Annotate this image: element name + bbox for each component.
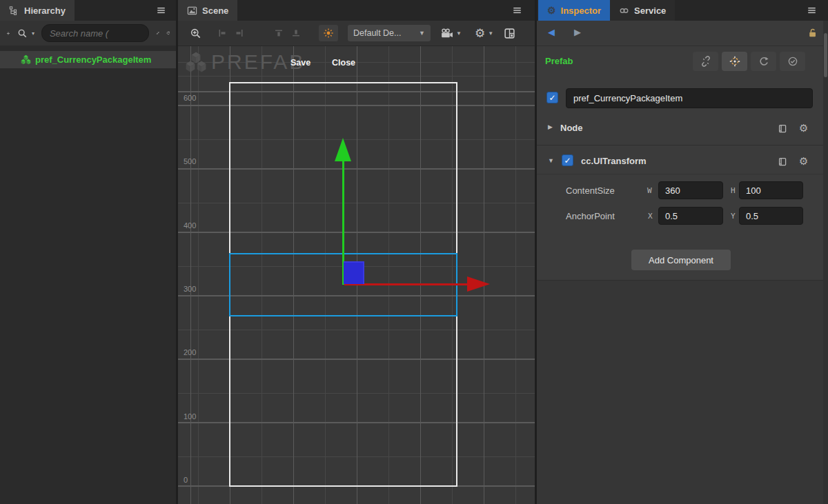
tab-inspector-label: Inspector <box>561 6 602 16</box>
add-node-button[interactable] <box>6 28 10 39</box>
ruler-label: 100 <box>184 412 196 421</box>
tree-item-prefab-root[interactable]: pref_CurrencyPackageItem <box>0 51 177 68</box>
inspector-scrollbar[interactable] <box>823 21 828 504</box>
settings-caret-icon: ▼ <box>488 30 493 37</box>
section-divider <box>537 174 828 174</box>
tab-hierarchy[interactable]: Hierarchy <box>0 0 75 21</box>
camera-dropdown[interactable]: ▼ <box>440 28 462 39</box>
uitransform-section-title: cc.UITransform <box>581 156 647 166</box>
restore-icon <box>758 56 769 67</box>
tab-service[interactable]: Service <box>610 0 675 21</box>
scene-viewport[interactable]: PREFAB Save Close 6005004003002001000 <box>178 46 535 504</box>
ruler-label: 500 <box>184 157 196 165</box>
hierarchy-toolbar: ▾ <box>0 21 177 46</box>
inspector-menu-icon[interactable] <box>807 6 817 15</box>
tab-scene[interactable]: Scene <box>178 0 237 21</box>
collapse-all-icon[interactable] <box>156 28 160 38</box>
close-button[interactable]: Close <box>332 58 355 68</box>
hierarchy-panel: Hierarchy ▾ pref_CurrencyPackageItem <box>0 0 177 504</box>
contentsize-w-input[interactable] <box>658 181 723 199</box>
cocos-creator-window: Hierarchy ▾ pref_CurrencyPackageItem <box>0 0 828 504</box>
contentsize-label: ContentSize <box>566 185 615 196</box>
scene-settings-dropdown[interactable]: ⚙ ▼ <box>475 28 493 39</box>
scene-toolbar: Default De... ▼ ▼ ⚙ ▼ <box>178 21 535 46</box>
align-left-icon[interactable] <box>217 28 228 39</box>
zoom-tool-icon[interactable] <box>190 28 201 39</box>
camera-icon <box>440 28 453 39</box>
hierarchy-menu-icon[interactable] <box>156 6 166 15</box>
node-active-checkbox[interactable]: ✓ <box>546 92 558 103</box>
prefab-watermark: PREFAB <box>185 50 305 74</box>
anchorpoint-y-key: Y <box>731 212 736 221</box>
uitransform-compare-icon[interactable] <box>777 156 788 167</box>
prefab-watermark-icon <box>185 51 207 73</box>
prefab-restore-button[interactable] <box>751 52 776 71</box>
scene-icon <box>187 6 197 16</box>
align-top-icon[interactable] <box>273 28 284 39</box>
service-link-icon <box>619 6 629 16</box>
align-right-icon[interactable] <box>234 28 245 39</box>
anchorpoint-y-input[interactable] <box>739 207 803 225</box>
anchorpoint-label: AnchorPoint <box>566 211 615 221</box>
add-component-button[interactable]: Add Component <box>631 250 731 270</box>
anchorpoint-x-key: X <box>648 212 653 221</box>
inspector-panel: ⚙ Inspector Service ◀ ▶ Prefab ✓ <box>537 0 828 504</box>
node-gear-icon[interactable]: ⚙ <box>799 123 808 133</box>
node-compare-icon[interactable] <box>777 123 788 134</box>
node-name-input[interactable] <box>566 88 813 108</box>
scene-menu-icon[interactable] <box>512 6 522 15</box>
tab-service-label: Service <box>634 6 666 16</box>
contentsize-h-key: H <box>731 186 736 195</box>
section-divider <box>537 145 828 145</box>
prefab-unlink-button[interactable] <box>693 52 718 71</box>
scrollbar-thumb[interactable] <box>824 33 827 77</box>
inspector-empty-area <box>537 280 828 504</box>
prefab-locate-button[interactable] <box>722 52 747 71</box>
refresh-icon[interactable] <box>166 28 170 38</box>
tab-hierarchy-label: Hierarchy <box>24 6 66 16</box>
ruler-label: 0 <box>184 476 188 484</box>
light-icon <box>323 28 334 39</box>
ruler-label: 200 <box>184 348 196 356</box>
uitransform-gear-icon[interactable]: ⚙ <box>799 156 808 166</box>
hierarchy-icon <box>9 6 19 16</box>
anchorpoint-x-input[interactable] <box>658 207 723 225</box>
ruler-label: 600 <box>184 94 196 102</box>
uitransform-enabled-checkbox[interactable]: ✓ <box>562 154 573 166</box>
contentsize-w-key: W <box>647 186 652 195</box>
gizmo-y-arrowhead-icon[interactable] <box>335 138 351 161</box>
unlink-icon <box>700 56 711 67</box>
inspector-navrow: ◀ ▶ <box>537 21 828 46</box>
ruler-label: 400 <box>184 221 196 230</box>
node-section-title: Node <box>560 123 583 133</box>
inspector-tabbar: ⚙ Inspector Service <box>537 0 828 21</box>
tab-inspector[interactable]: ⚙ Inspector <box>538 0 610 21</box>
ruler-label: 300 <box>184 285 196 293</box>
gizmo-xy-plane-handle[interactable] <box>344 261 364 284</box>
tree-item-label: pref_CurrencyPackageItem <box>35 54 151 65</box>
uitransform-caret-icon[interactable]: ▼ <box>548 157 554 164</box>
target-icon <box>729 56 740 67</box>
scene-tabbar: Scene <box>178 0 535 21</box>
device-dropdown[interactable]: Default De... ▼ <box>348 25 431 41</box>
node-section-caret-icon[interactable]: ▶ <box>548 123 553 130</box>
gizmo-x-arrowhead-icon[interactable] <box>467 276 490 292</box>
contentsize-h-input[interactable] <box>739 181 803 199</box>
search-filter-caret-icon: ▾ <box>32 30 34 37</box>
unlock-icon[interactable] <box>807 27 818 39</box>
scene-light-toggle[interactable] <box>319 25 338 41</box>
scene-panel: Scene Default De... ▼ ▼ ⚙ ▼ <box>178 0 535 504</box>
search-input[interactable] <box>41 24 149 42</box>
nav-forward-button[interactable]: ▶ <box>574 27 581 37</box>
prefab-icon <box>21 54 31 65</box>
search-filter-button[interactable]: ▾ <box>17 28 34 39</box>
align-bottom-icon[interactable] <box>290 28 302 39</box>
grid-view-icon[interactable] <box>504 28 515 39</box>
prefab-apply-button[interactable] <box>780 52 805 71</box>
inspector-gear-icon: ⚙ <box>547 6 556 15</box>
device-dropdown-value: Default De... <box>353 28 401 38</box>
search-icon <box>17 28 28 39</box>
check-circle-icon <box>787 56 798 67</box>
nav-back-button[interactable]: ◀ <box>548 27 555 37</box>
save-button[interactable]: Save <box>290 58 310 68</box>
